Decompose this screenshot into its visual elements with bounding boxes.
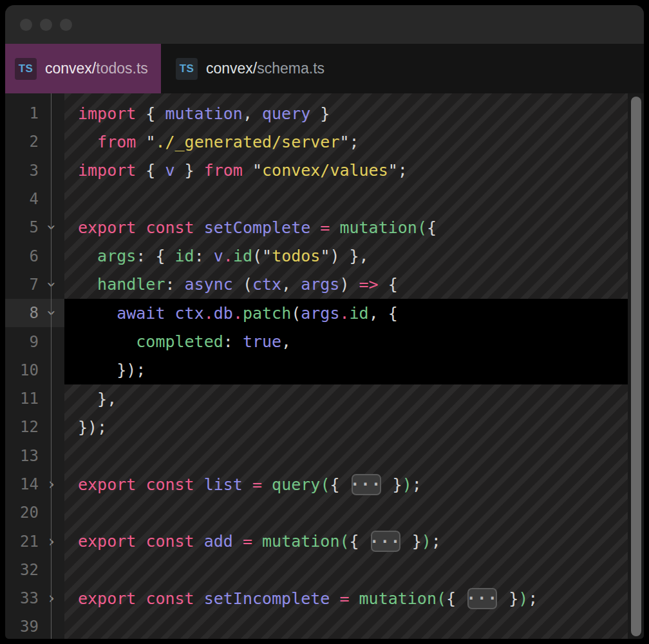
code-token: " (262, 247, 272, 265)
code-line[interactable]: 14›export const list = query({ ··· }); (5, 470, 644, 498)
folded-code-ellipsis-badge[interactable]: ··· (467, 588, 497, 609)
fold-chevron-down-icon[interactable]: › (44, 300, 59, 326)
code-line-text[interactable] (64, 556, 628, 584)
typescript-file-icon: TS (15, 58, 37, 80)
code-line-text[interactable]: completed: true, (64, 327, 628, 355)
code-line-text[interactable]: export const setComplete = mutation({ (64, 213, 628, 242)
code-token: const (146, 475, 194, 494)
line-number: 10 (5, 361, 39, 379)
tab-schema-ts[interactable]: TS convex/schema.ts (166, 44, 331, 93)
gutter-separator (51, 93, 52, 639)
code-token: , (243, 104, 262, 123)
code-token: from (97, 133, 136, 151)
code-line-text[interactable]: args: { id: v.id("todos") }, (64, 242, 628, 270)
tab-todos-ts[interactable]: TS convex/todos.ts (5, 44, 161, 93)
code-line[interactable]: 12}); (5, 413, 644, 441)
tab-bar: TS convex/todos.ts TS convex/schema.ts (5, 44, 644, 93)
code-line-text[interactable]: from "./_generated/server"; (64, 128, 628, 156)
code-line[interactable]: 3import { v } from "convex/values"; (5, 156, 644, 185)
code-token (350, 589, 359, 608)
code-line[interactable]: 1import { mutation, query } (5, 99, 644, 128)
fold-chevron-right-icon[interactable]: › (39, 591, 64, 606)
code-token (194, 589, 204, 608)
code-line[interactable]: 5›export const setComplete = mutation({ (5, 213, 644, 242)
code-line-text[interactable] (64, 442, 628, 470)
code-token: = (252, 475, 262, 494)
code-line-text[interactable] (64, 185, 628, 213)
window-minimize-button[interactable] (40, 19, 52, 31)
code-token: list (204, 475, 243, 494)
code-line[interactable]: 8› await ctx.db.patch(args.id, { (5, 299, 644, 327)
code-token: , (281, 275, 301, 294)
code-line[interactable]: 32 (5, 556, 644, 584)
code-token: setIncomplete (204, 589, 330, 608)
code-token: from (204, 161, 243, 180)
fold-chevron-down-icon[interactable]: › (44, 214, 59, 240)
code-line[interactable]: 20 (5, 498, 644, 527)
code-line[interactable]: 11 }, (5, 384, 644, 413)
code-line[interactable]: 9 completed: true, (5, 327, 644, 355)
gutter-cell: 33› (5, 584, 64, 612)
code-line[interactable]: 4 (5, 185, 644, 213)
tab-path-dir: convex/ (206, 60, 257, 77)
code-line[interactable]: 33›export const setIncomplete = mutation… (5, 584, 644, 612)
code-token: ) (402, 475, 412, 494)
fold-chevron-down-icon[interactable]: › (44, 272, 59, 298)
line-number: 11 (5, 390, 39, 408)
code-line-text[interactable]: export const list = query({ ··· }); (64, 470, 628, 498)
code-token: }, (78, 390, 117, 408)
code-token: { (446, 589, 466, 608)
code-line-text[interactable]: export const setIncomplete = mutation({ … (64, 584, 628, 612)
code-token: const (146, 218, 194, 237)
window-close-button[interactable] (20, 19, 32, 31)
code-token (243, 475, 252, 494)
fold-chevron-right-icon[interactable]: › (39, 534, 64, 549)
code-token: }); (78, 361, 146, 379)
code-token: " (252, 161, 262, 180)
code-line-text[interactable]: handler: async (ctx, args) => { (64, 270, 628, 299)
code-line-text[interactable]: export const add = mutation({ ··· }); (64, 527, 628, 555)
folded-code-ellipsis-badge[interactable]: ··· (352, 474, 381, 495)
code-line-text[interactable]: }); (64, 413, 628, 441)
line-number: 13 (5, 447, 39, 465)
code-token: ) (339, 275, 359, 294)
code-line[interactable]: 2 from "./_generated/server"; (5, 128, 644, 156)
code-line[interactable]: 21›export const add = mutation({ ··· }); (5, 527, 644, 555)
code-token: ) (422, 532, 431, 551)
code-line-text[interactable]: }); (64, 356, 628, 384)
code-token (262, 475, 272, 494)
gutter-cell: 10 (5, 356, 64, 384)
code-line[interactable]: 13 (5, 442, 644, 470)
code-token: . (204, 304, 214, 323)
scrollbar-thumb[interactable] (631, 97, 641, 636)
code-line-text[interactable] (64, 498, 628, 527)
code-line[interactable]: 10 }); (5, 356, 644, 384)
code-token: query (262, 104, 310, 123)
fold-chevron-right-icon[interactable]: › (39, 477, 64, 492)
code-line-text[interactable]: }, (64, 384, 628, 413)
code-token: const (146, 532, 194, 551)
window-maximize-button[interactable] (60, 19, 72, 31)
code-token: mutation (165, 104, 242, 123)
code-line-text[interactable]: await ctx.db.patch(args.id, { (64, 299, 628, 327)
scrollbar-track[interactable] (628, 93, 644, 639)
code-token: id (175, 247, 194, 265)
code-token: ) (518, 589, 528, 608)
folded-code-ellipsis-badge[interactable]: ··· (371, 531, 400, 552)
code-token: ) }, (330, 247, 368, 265)
code-line[interactable]: 39 (5, 612, 644, 639)
code-line-text[interactable]: import { v } from "convex/values"; (64, 156, 628, 185)
code-editor[interactable]: 1import { mutation, query }2 from "./_ge… (5, 93, 644, 639)
code-token (136, 589, 146, 608)
gutter-cell: 14› (5, 470, 64, 498)
code-line[interactable]: 7› handler: async (ctx, args) => { (5, 270, 644, 299)
code-line-text[interactable] (64, 612, 628, 639)
code-token: : (194, 247, 214, 265)
code-token (78, 304, 117, 323)
code-token: ctx (252, 275, 281, 294)
code-token: ( (291, 304, 301, 323)
code-line-text[interactable]: import { mutation, query } (64, 99, 628, 128)
code-token (78, 332, 136, 351)
line-number: 39 (5, 618, 39, 636)
code-line[interactable]: 6 args: { id: v.id("todos") }, (5, 242, 644, 270)
